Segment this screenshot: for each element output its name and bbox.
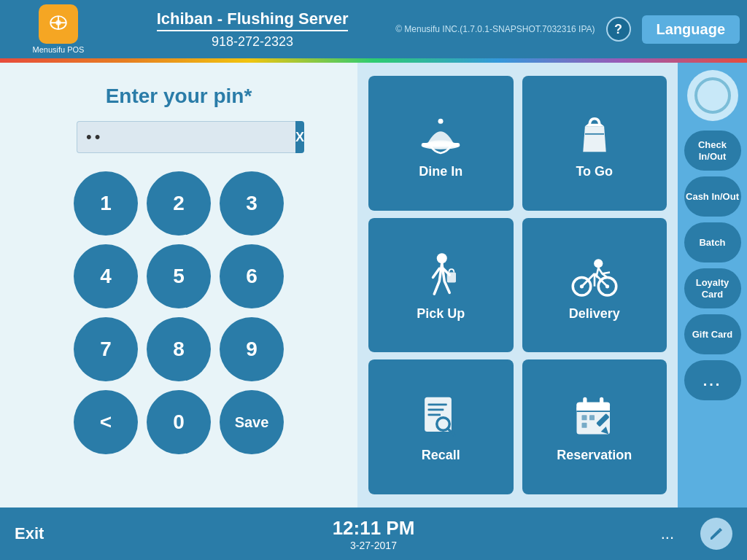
service-row-1: Dine In To Go (368, 76, 667, 211)
sidebar: Check In/Out Cash In/Out Batch Loyalty C… (678, 63, 747, 508)
pin-clear-button[interactable]: X (295, 121, 304, 153)
service-row-3: Recall (368, 359, 667, 494)
to-go-label: To Go (576, 164, 613, 179)
app-title: Ichiban - Flushing Server (157, 9, 349, 31)
logo-icon (39, 4, 78, 44)
phone-number: 918-272-2323 (212, 34, 293, 50)
cash-in-out-button[interactable]: Cash In/Out (684, 176, 741, 217)
recall-icon (415, 391, 466, 442)
delivery-button[interactable]: Delivery (522, 218, 667, 353)
language-button[interactable]: Language (642, 15, 740, 44)
pick-up-icon (415, 249, 466, 300)
pick-up-label: Pick Up (417, 306, 465, 322)
copyright-text: © Menusifu INC.(1.7.0.1-SNAPSHOT.7032316… (395, 24, 595, 34)
header-right: © Menusifu INC.(1.7.0.1-SNAPSHOT.7032316… (395, 15, 740, 44)
to-go-icon (569, 107, 620, 158)
sidebar-circle-inner (694, 77, 731, 114)
pin-title: Enter your pin* (106, 85, 252, 108)
keypad: 1 2 3 4 5 6 7 8 9 < 0 Save (74, 171, 284, 454)
svg-rect-32 (600, 397, 603, 405)
logo-label: Menusifu POS (33, 45, 85, 54)
pin-input-row: X (77, 121, 281, 153)
key-9[interactable]: 9 (220, 317, 284, 381)
key-8[interactable]: 8 (147, 317, 211, 381)
svg-point-9 (437, 253, 447, 263)
reservation-button[interactable]: Reservation (522, 359, 667, 494)
exit-button[interactable]: Exit (15, 524, 44, 543)
loyalty-card-button[interactable]: Loyalty Card (684, 268, 741, 308)
reservation-icon (569, 391, 620, 442)
recall-button[interactable]: Recall (368, 359, 514, 494)
svg-rect-10 (447, 272, 456, 282)
dine-in-icon (415, 107, 466, 158)
edit-icon[interactable] (700, 518, 732, 550)
batch-button[interactable]: Batch (684, 222, 741, 262)
footer-more-button[interactable]: ... (661, 524, 674, 543)
dine-in-label: Dine In (419, 164, 462, 179)
svg-rect-23 (428, 409, 444, 411)
help-button[interactable]: ? (606, 17, 631, 42)
pin-input[interactable] (77, 121, 295, 153)
header: Menusifu POS Ichiban - Flushing Server 9… (0, 0, 747, 58)
pin-panel: Enter your pin* X 1 2 3 4 5 6 7 8 9 < 0 … (0, 63, 357, 508)
pick-up-button[interactable]: Pick Up (368, 218, 514, 353)
key-back[interactable]: < (74, 390, 138, 454)
dine-in-button[interactable]: Dine In (368, 76, 514, 211)
svg-rect-24 (428, 414, 441, 416)
key-2[interactable]: 2 (147, 171, 211, 236)
svg-point-6 (428, 140, 454, 145)
key-6[interactable]: 6 (220, 244, 284, 308)
current-date: 3-27-2017 (333, 540, 415, 551)
current-time: 12:11 PM (333, 517, 415, 540)
gift-card-button[interactable]: Gift Card (684, 314, 741, 354)
key-7[interactable]: 7 (74, 317, 138, 381)
logo-area: Menusifu POS (7, 4, 109, 54)
svg-rect-31 (583, 397, 587, 405)
recall-label: Recall (422, 448, 460, 463)
key-4[interactable]: 4 (74, 244, 138, 308)
svg-point-7 (438, 119, 444, 124)
svg-rect-37 (581, 423, 587, 428)
footer: Exit 12:11 PM 3-27-2017 ... (0, 508, 747, 560)
key-3[interactable]: 3 (220, 171, 284, 236)
main-content: Enter your pin* X 1 2 3 4 5 6 7 8 9 < 0 … (0, 63, 747, 508)
delivery-label: Delivery (569, 306, 620, 322)
svg-line-18 (581, 273, 595, 287)
sidebar-decoration (687, 70, 738, 121)
delivery-icon (569, 249, 620, 300)
service-panel: Dine In To Go (357, 63, 678, 508)
key-save[interactable]: Save (220, 390, 284, 454)
svg-rect-35 (581, 415, 587, 420)
service-row-2: Pick Up (368, 218, 667, 353)
reservation-label: Reservation (557, 448, 632, 463)
svg-point-19 (594, 259, 603, 268)
more-sidebar-button[interactable]: ... (684, 360, 741, 400)
key-0[interactable]: 0 (147, 390, 211, 454)
svg-rect-36 (589, 415, 595, 420)
svg-point-3 (55, 20, 61, 26)
svg-line-20 (602, 272, 610, 273)
key-5[interactable]: 5 (147, 244, 211, 308)
to-go-button[interactable]: To Go (522, 76, 667, 211)
check-in-out-button[interactable]: Check In/Out (684, 131, 741, 171)
svg-rect-22 (428, 404, 447, 406)
key-1[interactable]: 1 (74, 171, 138, 236)
header-center: Ichiban - Flushing Server 918-272-2323 (109, 9, 395, 50)
footer-time: 12:11 PM 3-27-2017 (333, 517, 415, 551)
